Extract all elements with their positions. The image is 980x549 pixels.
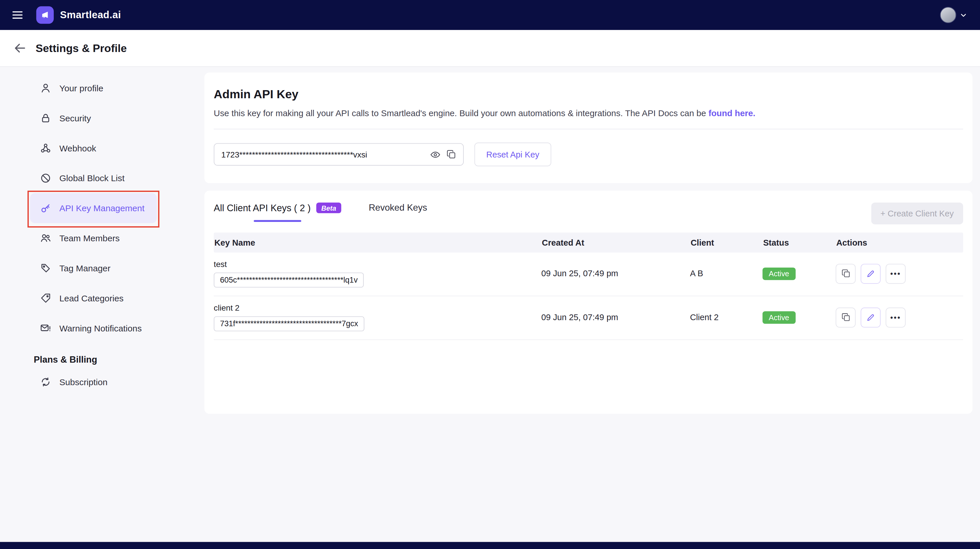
page-title: Settings & Profile <box>35 41 127 55</box>
page-header: Settings & Profile <box>0 30 980 66</box>
status-badge: Active <box>762 267 795 280</box>
sidebar-item-label: Tag Manager <box>59 263 111 273</box>
sidebar-item-lead-categories[interactable]: Lead Categories <box>30 283 150 313</box>
col-status: Status <box>762 238 835 247</box>
edit-key-button[interactable] <box>861 264 881 283</box>
client-api-keys-card: All Client API Keys ( 2 ) Beta Revoked K… <box>204 191 972 414</box>
sidebar-item-label: API Key Management <box>59 203 145 213</box>
copy-key-button[interactable] <box>835 307 856 327</box>
sidebar-item-tag-manager[interactable]: Tag Manager <box>30 253 150 283</box>
bottom-bar <box>0 541 980 549</box>
app-viewport: Smartlead.ai Settings & Profile <box>0 0 980 549</box>
back-arrow-icon[interactable] <box>14 42 26 54</box>
copy-icon[interactable] <box>446 150 457 159</box>
account-menu[interactable] <box>940 7 967 23</box>
description-text: Use this key for making all your API cal… <box>214 109 708 118</box>
reset-api-key-button[interactable]: Reset Api Key <box>474 142 551 166</box>
content-layout: Your profile Security Webhook <box>0 66 980 414</box>
sidebar-item-label: Team Members <box>59 233 120 243</box>
sidebar-item-webhook[interactable]: Webhook <box>30 133 150 163</box>
label-icon <box>40 293 51 304</box>
admin-api-key-description: Use this key for making all your API cal… <box>214 109 963 118</box>
sidebar-item-label: Your profile <box>59 83 103 93</box>
created-at: 09 Jun 25, 07:49 pm <box>541 269 690 278</box>
main-content: Admin API Key Use this key for making al… <box>204 66 980 414</box>
admin-api-key-title: Admin API Key <box>214 88 963 102</box>
sidebar-item-label: Global Block List <box>59 173 125 183</box>
key-value-box[interactable]: 731f***********************************7… <box>214 317 364 331</box>
key-value-box[interactable]: 605c***********************************l… <box>214 272 364 288</box>
sidebar-item-security[interactable]: Security <box>30 103 150 133</box>
sidebar-item-label: Lead Categories <box>59 293 124 303</box>
divider <box>214 129 963 129</box>
create-client-key-button[interactable]: + Create Client Key <box>871 202 963 224</box>
sidebar-item-team-members[interactable]: Team Members <box>30 223 150 253</box>
sidebar-item-subscription[interactable]: Subscription <box>30 367 150 397</box>
col-created-at: Created At <box>541 238 690 247</box>
mail-warning-icon <box>40 323 51 334</box>
lock-icon <box>40 112 51 124</box>
tab-revoked-keys[interactable]: Revoked Keys <box>369 202 427 221</box>
copy-icon <box>841 269 850 278</box>
row-actions: ••• <box>835 307 963 327</box>
col-key-name: Key Name <box>214 238 541 247</box>
sidebar-item-global-block-list[interactable]: Global Block List <box>30 163 150 193</box>
tag-icon <box>40 263 51 274</box>
avatar[interactable] <box>940 7 956 23</box>
table-row: client 2 731f***************************… <box>214 296 963 340</box>
more-actions-button[interactable]: ••• <box>886 264 905 283</box>
eye-icon[interactable] <box>430 149 441 160</box>
people-icon <box>40 232 51 244</box>
copy-icon <box>841 313 850 322</box>
sidebar-item-api-key-management[interactable]: API Key Management <box>30 193 157 223</box>
admin-api-key-field[interactable]: 1723************************************… <box>214 143 464 165</box>
key-name: client 2 <box>214 303 541 312</box>
tabs-row: All Client API Keys ( 2 ) Beta Revoked K… <box>214 191 963 224</box>
status-badge: Active <box>762 311 795 323</box>
webhook-icon <box>40 142 51 154</box>
api-docs-link[interactable]: found here. <box>708 109 756 118</box>
admin-key-row: 1723************************************… <box>214 142 963 166</box>
sidebar-item-label: Webhook <box>59 143 96 153</box>
top-navbar: Smartlead.ai <box>0 0 980 30</box>
key-name: test <box>214 259 541 269</box>
key-icon <box>40 202 51 214</box>
col-actions: Actions <box>835 238 963 247</box>
sidebar-item-warning-notifications[interactable]: Warning Notifications <box>30 313 154 343</box>
edit-key-button[interactable] <box>861 307 881 327</box>
client-name: A B <box>690 269 762 278</box>
menu-icon[interactable] <box>8 5 27 25</box>
copy-key-button[interactable] <box>835 264 856 283</box>
smartlead-logo-icon[interactable] <box>36 6 54 24</box>
sidebar-item-your-profile[interactable]: Your profile <box>30 73 150 103</box>
tab-all-client-api-keys[interactable]: All Client API Keys ( 2 ) Beta <box>214 202 341 222</box>
admin-api-key-value: 1723************************************… <box>221 150 367 159</box>
table-row: test 605c*******************************… <box>214 253 963 296</box>
settings-sidebar: Your profile Security Webhook <box>0 66 204 397</box>
admin-api-key-card: Admin API Key Use this key for making al… <box>204 73 972 183</box>
tab-label: All Client API Keys ( 2 ) <box>214 202 310 213</box>
chevron-down-icon <box>959 11 967 19</box>
row-actions: ••• <box>835 264 963 283</box>
beta-badge: Beta <box>317 202 341 213</box>
user-icon <box>40 83 51 94</box>
pencil-icon <box>866 313 875 321</box>
col-client: Client <box>690 238 762 247</box>
refresh-icon <box>40 376 51 387</box>
block-icon <box>40 172 51 184</box>
sidebar-item-label: Subscription <box>59 377 108 387</box>
table-header: Key Name Created At Client Status Action… <box>214 232 963 253</box>
sidebar-item-label: Warning Notifications <box>59 323 142 333</box>
created-at: 09 Jun 25, 07:49 pm <box>541 313 690 322</box>
client-name: Client 2 <box>690 313 762 322</box>
brand-name: Smartlead.ai <box>60 9 121 21</box>
sidebar-section-plans-billing: Plans & Billing <box>34 355 205 364</box>
pencil-icon <box>866 269 875 278</box>
sidebar-item-label: Security <box>59 113 91 123</box>
more-actions-button[interactable]: ••• <box>886 307 905 327</box>
